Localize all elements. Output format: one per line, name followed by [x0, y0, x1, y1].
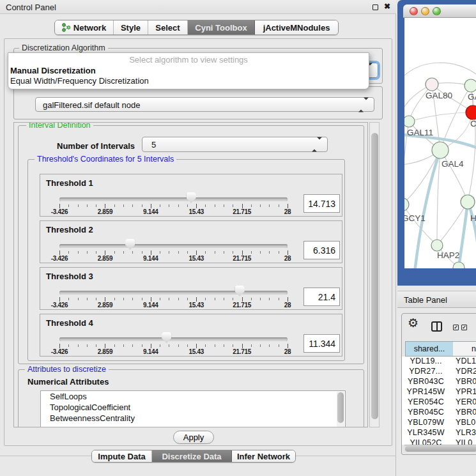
- float-window-icon[interactable]: [372, 4, 378, 10]
- tick-label: -3.426: [51, 348, 68, 355]
- tick-mark: [269, 251, 270, 254]
- attributes-list-scrollbar[interactable]: [337, 392, 344, 427]
- gear-icon[interactable]: ⚙: [408, 316, 418, 330]
- table-row[interactable]: YDR27...YDR2: [402, 366, 476, 376]
- tick-mark: [78, 204, 79, 207]
- node-top-right[interactable]: [464, 79, 476, 92]
- tick-label: 9.144: [143, 348, 158, 355]
- tick-label: 15.43: [188, 208, 204, 215]
- threshold-value-field[interactable]: 6.316: [303, 241, 340, 259]
- tab-label: Cyni Toolbox: [195, 23, 247, 33]
- split-view-icon[interactable]: [431, 321, 442, 332]
- tick-label: 2.859: [98, 302, 113, 309]
- threshold-value-field[interactable]: 11.344: [303, 334, 340, 353]
- table-row[interactable]: YIL052CYIL0: [402, 438, 476, 445]
- tick-mark: [105, 344, 105, 348]
- tick-mark: [151, 344, 151, 348]
- algorithm-option-manual-discretization[interactable]: Manual Discretization: [10, 66, 96, 75]
- algorithm-option-equal-width-frequency-discretization[interactable]: Equal Width/Frequency Discretization: [10, 76, 149, 86]
- table-data-group: Table Data galFiltered.sif default node: [13, 86, 383, 119]
- tick-mark: [132, 251, 133, 254]
- table-hscrollbar-thumb[interactable]: [405, 446, 476, 452]
- tick-mark: [151, 250, 151, 255]
- close-traffic-light-icon[interactable]: [410, 7, 418, 15]
- node-bottom[interactable]: [453, 262, 464, 268]
- threshold-slider-track[interactable]: [59, 244, 288, 248]
- tab-discretize-data[interactable]: Discretize Data: [152, 450, 232, 462]
- close-icon[interactable]: ✖: [384, 2, 390, 11]
- threshold-slider-track[interactable]: [59, 337, 288, 341]
- table-row[interactable]: YER054CYER0: [402, 397, 476, 407]
- threshold-value-field[interactable]: 14.713: [303, 194, 340, 213]
- slider-tick-labels: -3.4262.8599.14415.4321.71528: [59, 348, 288, 356]
- cell-name: YBL0: [456, 418, 475, 427]
- tick-mark: [251, 251, 252, 254]
- node-red[interactable]: [466, 105, 476, 119]
- node-gcy1[interactable]: [404, 198, 409, 211]
- zoom-traffic-light-icon[interactable]: [433, 7, 441, 15]
- threshold-slider-track[interactable]: [59, 291, 288, 295]
- attributes-list[interactable]: SelfLoopsTopologicalCoefficientBetweenne…: [40, 390, 346, 427]
- node-gal4[interactable]: [432, 142, 449, 158]
- attribute-item-topologicalcoefficient[interactable]: TopologicalCoefficient: [41, 402, 345, 413]
- tick-mark: [142, 298, 142, 300]
- table-hscrollbar[interactable]: [404, 445, 476, 452]
- threshold-slider-track[interactable]: [59, 197, 288, 201]
- tab-infer-network[interactable]: Infer Network: [232, 450, 295, 462]
- slider-tick-labels: -3.4262.8599.14415.4321.71528: [59, 208, 288, 216]
- checkbox-icon[interactable]: ✓: [461, 325, 467, 330]
- attribute-item-selfloops[interactable]: SelfLoops: [41, 391, 345, 402]
- node-left[interactable]: [404, 116, 415, 127]
- column-header-name[interactable]: na: [453, 341, 476, 357]
- node-pink[interactable]: [426, 78, 438, 91]
- tab-select[interactable]: Select: [148, 20, 188, 35]
- table-row[interactable]: YDL19...YDL1: [402, 357, 476, 366]
- tick-mark: [215, 204, 215, 207]
- table-row[interactable]: YPR145WYPR1: [402, 387, 476, 397]
- tick-mark: [205, 344, 206, 347]
- tab-cyni-toolbox[interactable]: Cyni Toolbox: [188, 20, 255, 35]
- node-hap2[interactable]: [431, 240, 443, 251]
- column-header-shared[interactable]: shared...: [405, 341, 454, 357]
- network-canvas[interactable]: GAL80GACGAL11GAL4GCY1HHAP2: [404, 18, 476, 268]
- tick-mark: [142, 204, 142, 207]
- threshold-slider-thumb[interactable]: [125, 239, 135, 250]
- tick-mark: [87, 251, 88, 254]
- cell-shared-name: YER054C: [402, 397, 450, 406]
- table-row[interactable]: YBL079WYBL0: [402, 417, 476, 427]
- settings-viewport: Interval Definition Number of Intervals …: [13, 122, 368, 427]
- tab-style[interactable]: Style: [114, 20, 148, 35]
- tick-mark: [242, 250, 243, 255]
- table-row[interactable]: YBR045CYBR0: [402, 407, 476, 417]
- threshold-value-field[interactable]: 21.4: [303, 288, 340, 306]
- tab-network[interactable]: Network: [55, 20, 114, 35]
- table-window: ⚙ ✓ ✓ shared... na YDL19...YDL1YDR27...Y…: [401, 313, 476, 455]
- tick-mark: [59, 250, 60, 255]
- tick-mark: [178, 251, 179, 254]
- threshold-slider-thumb[interactable]: [187, 192, 196, 203]
- tick-mark: [269, 344, 270, 347]
- cell-shared-name: YBL079W: [402, 418, 450, 427]
- threshold-slider-thumb[interactable]: [162, 332, 171, 343]
- table-row[interactable]: YLR345WYLR3: [402, 427, 476, 438]
- tick-mark: [205, 204, 206, 207]
- minimize-traffic-light-icon[interactable]: [421, 7, 429, 15]
- apply-button[interactable]: Apply: [173, 431, 214, 444]
- slider-tick-labels: -3.4262.8599.14415.4321.71528: [59, 302, 288, 309]
- tab-jactivemnodules[interactable]: jActiveMNodules: [255, 20, 338, 35]
- attribute-item-betweennesscentrality[interactable]: BetweennessCentrality: [41, 413, 345, 424]
- tab-impute-data[interactable]: Impute Data: [92, 450, 152, 462]
- settings-scrollbar[interactable]: [369, 122, 380, 427]
- checkbox-icon[interactable]: ✓: [453, 325, 459, 330]
- number-of-intervals-combobox[interactable]: 5: [142, 137, 328, 152]
- threshold-slider-thumb[interactable]: [235, 286, 245, 296]
- table-row[interactable]: YBR043CYBR0: [402, 376, 476, 387]
- node-right[interactable]: [461, 195, 475, 209]
- settings-scrollbar-thumb[interactable]: [371, 133, 378, 419]
- number-of-intervals-value: 5: [151, 140, 156, 150]
- network-window-titlebar: [403, 4, 476, 18]
- tick-mark: [288, 250, 288, 255]
- table-rows: YDL19...YDL1YDR27...YDR2YBR043CYBR0YPR14…: [402, 357, 476, 445]
- attributes-list-scrollbar-thumb[interactable]: [337, 392, 344, 423]
- table-data-combobox[interactable]: galFiltered.sif default node: [35, 97, 374, 112]
